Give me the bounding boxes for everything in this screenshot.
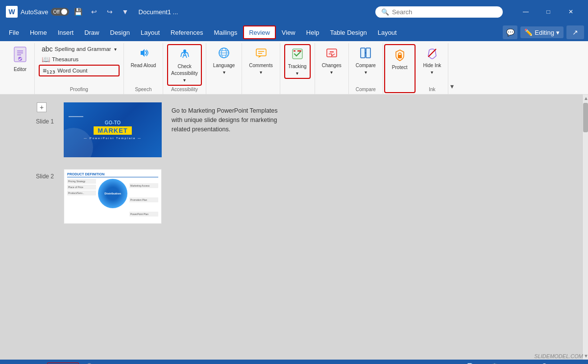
thesaurus-button[interactable]: 📖 Thesaurus xyxy=(39,54,120,64)
check-accessibility-label: Check xyxy=(177,64,191,70)
toggle-state: Off xyxy=(53,9,59,15)
window-controls: — □ ✕ xyxy=(514,4,582,20)
editor-button[interactable]: Editor xyxy=(8,44,32,74)
slide2-content: Pricing Strategy Place of Price Product/… xyxy=(67,179,158,220)
slide1-subtitle: — PowerPoint Template — xyxy=(84,137,142,140)
accessibility-content: Check Accessibility ▾ xyxy=(167,44,201,86)
ribbon-more: ▾ xyxy=(448,43,456,94)
compare-button[interactable]: Compare ▾ xyxy=(353,44,379,77)
tracking-button[interactable]: Tracking ▾ xyxy=(284,44,311,79)
changes-label: Changes xyxy=(322,63,342,69)
menu-insert[interactable]: Insert xyxy=(53,25,79,39)
check-accessibility-button[interactable]: Check Accessibility ▾ xyxy=(167,44,201,86)
read-aloud-button[interactable]: Read Aloud xyxy=(128,44,159,71)
menu-design[interactable]: Design xyxy=(105,25,135,39)
doc-title: Document1 ... xyxy=(139,8,178,16)
ribbon-group-ink: Hide Ink ▾ Ink xyxy=(416,43,449,94)
app-icon: W xyxy=(6,6,18,18)
slide1-circle xyxy=(64,128,93,157)
editing-button[interactable]: ✏️ Editing ▾ xyxy=(520,26,564,38)
editor-content: Editor xyxy=(8,44,32,92)
svg-rect-12 xyxy=(361,48,365,58)
proofing-stack: abc Spelling and Grammar ▾ 📖 Thesaurus ≡… xyxy=(39,44,120,76)
scroll-thumb[interactable] xyxy=(583,103,588,132)
ribbon-expand-button[interactable]: ▾ xyxy=(448,80,456,92)
scroll-up-button[interactable]: ▲ xyxy=(583,95,588,102)
save-icon[interactable]: 💾 xyxy=(72,5,85,18)
ink-chevron: ▾ xyxy=(431,70,433,75)
speech-group-label: Speech xyxy=(135,86,152,92)
tracking-label: Tracking xyxy=(288,64,307,70)
menu-layout2[interactable]: Layout xyxy=(373,25,402,39)
ink-content: Hide Ink ▾ xyxy=(420,44,444,86)
minimize-button[interactable]: — xyxy=(514,4,537,20)
menu-right-controls: 💬 ✏️ Editing ▾ ↗ xyxy=(503,25,584,39)
language-icon xyxy=(217,46,231,62)
spelling-chevron: ▾ xyxy=(114,47,117,52)
slide2-item1: Pricing Strategy xyxy=(67,179,96,184)
quick-access-more-icon[interactable]: ▼ xyxy=(119,5,132,18)
thesaurus-icon: 📖 xyxy=(42,55,50,63)
watermark: SLIDEMODEL.COM xyxy=(534,353,583,359)
changes-icon xyxy=(325,46,339,62)
title-bar: W AutoSave Off 💾 ↩ ↪ ▼ Document1 ... 🔍 —… xyxy=(0,0,588,24)
comments-label: Comments xyxy=(249,63,272,69)
menu-help[interactable]: Help xyxy=(301,25,324,39)
slide-add-button[interactable]: + xyxy=(37,102,47,112)
maximize-button[interactable]: □ xyxy=(537,4,560,20)
menu-review[interactable]: Review xyxy=(243,25,276,39)
slide-2-thumbnail: PRODUCT DEFINITION Pricing Strategy Plac… xyxy=(64,169,162,224)
ribbon-group-tracking: Tracking ▾ xyxy=(280,43,315,94)
menu-references[interactable]: References xyxy=(166,25,208,39)
slide2-left: Pricing Strategy Place of Price Product/… xyxy=(67,179,96,220)
share-button[interactable]: ↗ xyxy=(566,25,584,39)
autosave-label: AutoSave xyxy=(21,8,48,16)
compare-group-label: Compare xyxy=(356,86,376,92)
accessibility-group-label: Accessibility xyxy=(171,86,197,92)
close-button[interactable]: ✕ xyxy=(560,4,582,20)
hide-ink-button[interactable]: Hide Ink ▾ xyxy=(420,44,444,77)
comments-chevron: ▾ xyxy=(260,70,262,75)
comments-icon xyxy=(254,46,268,62)
changes-content: Changes ▾ xyxy=(319,44,344,92)
slide2-item2: Place of Price xyxy=(67,185,96,190)
autosave-toggle[interactable]: Off xyxy=(51,8,69,16)
search-input[interactable] xyxy=(392,8,497,16)
check-accessibility-icon xyxy=(178,47,192,63)
undo-icon[interactable]: ↩ xyxy=(88,5,100,18)
word-count-button[interactable]: ≡₁₂₃ Word Count xyxy=(39,65,120,76)
protect-icon xyxy=(393,48,407,64)
comments-button[interactable]: Comments ▾ xyxy=(246,44,275,77)
slide-1-thumbnail: GO-TO MARKET — PowerPoint Template — xyxy=(64,102,162,157)
comment-button[interactable]: 💬 xyxy=(503,25,517,39)
protect-button[interactable]: Protect xyxy=(389,46,411,73)
menu-view[interactable]: View xyxy=(277,25,300,39)
tracking-content: Tracking ▾ xyxy=(284,44,311,92)
ribbon-group-proofing: abc Spelling and Grammar ▾ 📖 Thesaurus ≡… xyxy=(35,43,124,94)
vertical-scrollbar[interactable]: ▲ ▼ xyxy=(582,95,588,360)
menu-file[interactable]: File xyxy=(4,25,24,39)
slide1-decoration xyxy=(69,107,83,117)
thesaurus-label: Thesaurus xyxy=(52,56,78,62)
redo-icon[interactable]: ↪ xyxy=(103,5,116,18)
compare-label: Compare xyxy=(356,63,376,69)
search-box[interactable]: 🔍 xyxy=(375,6,503,18)
menu-home[interactable]: Home xyxy=(25,25,52,39)
menu-layout[interactable]: Layout xyxy=(136,25,165,39)
language-button[interactable]: Language ▾ xyxy=(210,44,238,77)
changes-button[interactable]: Changes ▾ xyxy=(319,44,344,77)
slide2-right: Marketing Access Promotion Plan PowerPoi… xyxy=(129,179,158,220)
menu-mailings[interactable]: Mailings xyxy=(209,25,243,39)
search-icon: 🔍 xyxy=(381,8,389,16)
toggle-circle xyxy=(61,9,67,15)
ribbon-group-accessibility: Check Accessibility ▾ Accessibility xyxy=(163,43,206,94)
ribbon-group-protect: Protect xyxy=(384,44,416,93)
menu-table-design[interactable]: Table Design xyxy=(325,25,372,39)
scroll-down-button[interactable]: ▼ xyxy=(583,352,588,360)
spelling-icon: abc xyxy=(42,45,53,53)
slide2-item3: Product/Serv... xyxy=(67,191,96,195)
menu-draw[interactable]: Draw xyxy=(79,25,104,39)
compare-content: Compare ▾ xyxy=(353,44,379,86)
spelling-grammar-button[interactable]: abc Spelling and Grammar ▾ xyxy=(39,44,120,54)
language-chevron: ▾ xyxy=(223,70,225,75)
